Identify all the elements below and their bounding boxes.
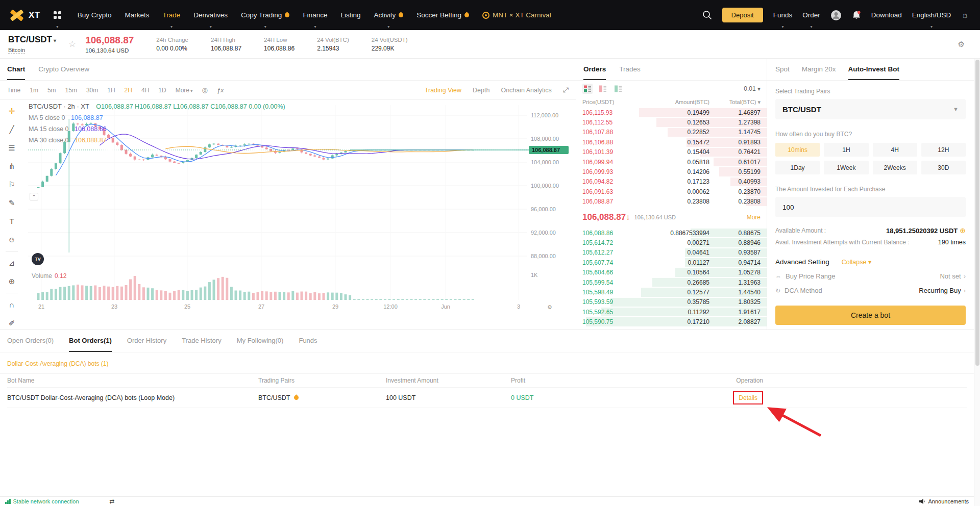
apps-menu-button[interactable]: ▾ (51, 0, 64, 30)
download-link[interactable]: Download (871, 0, 902, 30)
ask-row[interactable]: 106,088.87 0.23808 0.23808 (576, 197, 767, 207)
zoom-in-tool-icon[interactable]: ⊕ (5, 274, 19, 288)
favorite-star-icon[interactable]: ☆ (68, 39, 76, 49)
orders-tab[interactable]: Bot Orders(1) (69, 330, 112, 352)
add-funds-plus-icon[interactable]: ⊕ (960, 226, 966, 235)
timeframe-button[interactable]: More▾ (176, 87, 193, 94)
ask-row[interactable]: 106,099.93 0.14206 0.55199 (576, 167, 767, 176)
bid-row[interactable]: 105,599.54 0.26685 1.31963 (576, 277, 767, 287)
buy-price-range-row[interactable]: ⇔ Buy Price Range Not set › (775, 272, 966, 280)
horizontal-lines-tool-icon[interactable]: ☰ (5, 141, 19, 155)
magnet-tool-icon[interactable]: ∩ (5, 298, 19, 312)
ask-row[interactable]: 106,094.82 0.17123 0.40993 (576, 177, 767, 187)
pair-selector[interactable]: BTC/USDT▾ Bitcoin (8, 35, 56, 54)
book-view-bids-icon[interactable] (613, 84, 623, 94)
nav-item[interactable]: Soccer Betting (416, 0, 469, 30)
timeframe-button[interactable]: 1D (158, 87, 166, 94)
ask-row[interactable]: 106,106.88 0.15472 0.91893 (576, 137, 767, 147)
ticker-settings-gear-icon[interactable]: ⚙ (958, 40, 965, 49)
ask-row[interactable]: 106,101.39 0.15404 0.76421 (576, 147, 767, 157)
orders-tab[interactable]: Open Orders(0) (7, 330, 54, 352)
frequency-option-button[interactable]: 1Day (775, 161, 820, 174)
locale-selector[interactable]: English/USD ▾ (912, 0, 951, 30)
orders-tab[interactable]: Trade History (182, 330, 222, 352)
pitchfork-tool-icon[interactable]: ⋔ (5, 159, 19, 173)
emoji-tool-icon[interactable]: ☺ (5, 233, 19, 246)
bid-row[interactable]: 105,614.72 0.00271 0.88946 (576, 238, 767, 247)
trend-line-tool-icon[interactable]: ╱ (5, 122, 19, 136)
nav-item[interactable]: Derivatives ▾ (193, 0, 228, 30)
fullscreen-expand-icon[interactable]: ⤢ (563, 86, 569, 94)
page-scrollbar[interactable] (974, 59, 980, 506)
bid-row[interactable]: 105,612.27 0.04641 0.93587 (576, 248, 767, 258)
ask-row[interactable]: 106,091.63 0.00062 0.23870 (576, 187, 767, 196)
frequency-option-button[interactable]: 4H (873, 143, 917, 157)
candlestick-chart[interactable]: 112,000.00108,000.00104,000.00100,000.00… (0, 100, 576, 311)
timeframe-button[interactable]: Time (7, 87, 20, 94)
details-button[interactable]: Details (733, 391, 763, 404)
bid-row[interactable]: 105,592.65 0.11292 1.91617 (576, 307, 767, 317)
trade-mode-tab[interactable]: Spot (775, 59, 790, 80)
nav-item[interactable]: Markets (125, 0, 150, 30)
scrollbar-thumb[interactable] (975, 60, 979, 366)
edit-tool-icon[interactable]: ✐ (5, 316, 19, 330)
book-view-both-icon[interactable] (582, 84, 593, 94)
collapse-toggle[interactable]: Collapse ▾ (842, 258, 871, 266)
timeframe-button[interactable]: 1m (30, 87, 38, 94)
drawing-tool-icon[interactable] (6, 293, 18, 293)
nav-item[interactable]: Funds ▾ (773, 0, 793, 30)
pattern-tool-icon[interactable]: ⚐ (5, 178, 19, 191)
bid-row[interactable]: 105,593.59 0.35785 1.80325 (576, 297, 767, 307)
nav-item[interactable]: Trade ▾ (163, 0, 181, 30)
brush-tool-icon[interactable]: ✎ (5, 196, 19, 210)
timeframe-button[interactable]: 5m (47, 87, 56, 94)
trade-mode-tab[interactable]: Auto-Invest Bot (848, 59, 900, 80)
announcements-button[interactable]: Announcements (919, 498, 969, 504)
trade-mode-tab[interactable]: Margin 20x (802, 59, 836, 80)
timeframe-button[interactable]: 1H (107, 87, 115, 94)
drawing-tool-icon[interactable] (6, 251, 18, 251)
notifications-bell-icon[interactable] (852, 10, 861, 20)
book-view-asks-icon[interactable] (598, 84, 608, 94)
bid-row[interactable]: 105,607.74 0.01127 0.94714 (576, 258, 767, 267)
chart-tab[interactable]: Chart (7, 59, 25, 80)
nav-item[interactable]: Buy Crypto (78, 0, 112, 30)
ruler-tool-icon[interactable]: ⊿ (5, 256, 19, 270)
view-mode-button[interactable]: Trading View (425, 87, 461, 94)
nav-item[interactable]: Order ▾ (802, 0, 820, 30)
nav-item[interactable]: Finance ▾ (303, 0, 327, 30)
nav-item[interactable]: Listing (340, 0, 360, 30)
orders-tab[interactable]: My Following(0) (237, 330, 284, 352)
search-icon[interactable] (702, 10, 712, 20)
chart-tab[interactable]: Crypto Overview (38, 59, 89, 80)
legend-collapse-chevron-icon[interactable]: ⌃ (30, 193, 38, 200)
bid-row[interactable]: 105,604.66 0.10564 1.05278 (576, 267, 767, 277)
bid-row[interactable]: 106,088.86 0.8867533994 0.88675 (576, 228, 767, 238)
timeframe-button[interactable]: 4H (141, 87, 149, 94)
timeframe-button[interactable]: 15m (65, 87, 77, 94)
indicators-fx-icon[interactable]: ƒx (217, 86, 224, 94)
chart-snapshot-icon[interactable]: ◎ (202, 86, 208, 94)
ask-row[interactable]: 106,115.93 0.19499 1.46897 (576, 108, 767, 117)
view-mode-button[interactable]: Onchain Analytics (501, 87, 551, 94)
theme-toggle-icon[interactable]: ☼ (961, 11, 969, 20)
orderbook-tab[interactable]: Trades (619, 59, 641, 80)
precision-selector[interactable]: 0.01 ▾ (744, 85, 761, 92)
text-tool-icon[interactable]: T (5, 214, 19, 228)
frequency-option-button[interactable]: 1Week (824, 161, 868, 174)
deposit-button[interactable]: Deposit (722, 8, 763, 22)
ask-row[interactable]: 106,107.88 0.22852 1.14745 (576, 128, 767, 137)
timeframe-button[interactable]: 2H (125, 87, 132, 94)
frequency-option-button[interactable]: 2Weeks (873, 161, 917, 174)
timeframe-button[interactable]: 30m (86, 87, 98, 94)
frequency-option-button[interactable]: 12H (921, 143, 966, 157)
dca-method-row[interactable]: ↻ DCA Method Recurring Buy › (775, 287, 966, 294)
ask-row[interactable]: 106,099.94 0.05818 0.61017 (576, 157, 767, 167)
bid-row[interactable]: 105,590.75 0.17210 2.08827 (576, 317, 767, 326)
xt-logo[interactable]: XT (9, 9, 40, 22)
frequency-option-button[interactable]: 10mins (775, 143, 820, 157)
quick-settings-icon[interactable]: ⇄ (110, 498, 115, 505)
orders-tab[interactable]: Funds (299, 330, 317, 352)
orderbook-tab[interactable]: Orders (583, 59, 606, 80)
ask-row[interactable]: 106,112.55 0.12653 1.27398 (576, 117, 767, 127)
